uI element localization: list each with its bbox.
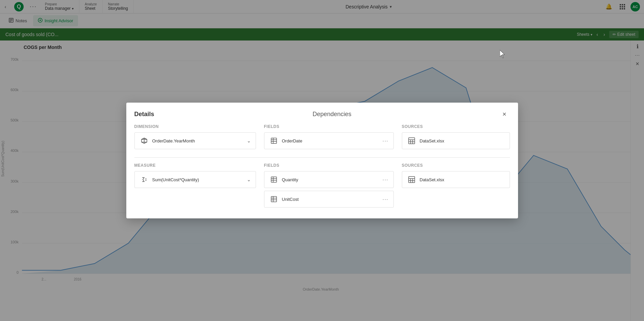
measure-fields-label: Fields: [264, 163, 394, 168]
spreadsheet-icon: [407, 136, 416, 145]
measure-chevron-icon[interactable]: ⌄: [247, 177, 251, 182]
dimension-source-item[interactable]: DataSet.xlsx: [402, 132, 510, 149]
modal-close-button[interactable]: ×: [499, 109, 510, 119]
dimension-column: Dimension OrderDate.YearMonth ⌄: [134, 124, 256, 152]
dimension-label: Dimension: [134, 124, 256, 129]
cube-icon: [139, 136, 149, 145]
measure-item-text: Sum(UnitCost*Quantity): [152, 177, 247, 182]
dimension-chevron-icon[interactable]: ⌄: [247, 138, 251, 143]
measure-item-card[interactable]: Sum(UnitCost*Quantity) ⌄: [134, 171, 256, 188]
dimension-sources-column: Sources DataSet.xlsx: [402, 124, 510, 152]
svg-rect-41: [409, 138, 415, 144]
quantity-table-icon: [269, 175, 279, 184]
measure-field-unitcost-text: UnitCost: [282, 197, 383, 202]
quantity-more-button[interactable]: ···: [383, 177, 389, 182]
svg-rect-37: [271, 138, 277, 143]
measure-sources-column: Sources DataSet.xlsx: [402, 163, 510, 210]
dimension-item-card[interactable]: OrderDate.YearMonth ⌄: [134, 132, 256, 149]
unitcost-more-button[interactable]: ···: [383, 196, 389, 202]
svg-rect-48: [271, 177, 277, 182]
measure-label: Measure: [134, 163, 256, 168]
measure-fields-column: Fields Quantity ···: [264, 163, 394, 210]
svg-rect-52: [271, 196, 277, 202]
dimension-fields-label: Fields: [264, 124, 394, 129]
measure-row: Measure Sum(UnitCost*Quantity) ⌄: [134, 163, 510, 210]
modal-title-details: Details: [134, 111, 154, 118]
dimension-field-more-button[interactable]: ···: [383, 138, 389, 143]
measure-source-item[interactable]: DataSet.xlsx: [402, 171, 510, 188]
measure-field-unitcost[interactable]: UnitCost ···: [264, 191, 394, 208]
formula-icon: [139, 175, 149, 184]
measure-source-text: DataSet.xlsx: [420, 177, 505, 182]
dimension-sources-label: Sources: [402, 124, 510, 129]
unitcost-table-icon: [269, 194, 279, 204]
measure-field-quantity-text: Quantity: [282, 177, 383, 182]
modal-body: Dimension OrderDate.YearMonth ⌄: [126, 124, 518, 218]
measure-sources-label: Sources: [402, 163, 510, 168]
modal-overlay: Details Dependencies × Dimension: [0, 0, 644, 321]
dimension-field-item[interactable]: OrderDate ···: [264, 132, 394, 149]
dimension-item-text: OrderDate.YearMonth: [152, 138, 247, 143]
modal-title-dependencies: Dependencies: [165, 111, 499, 118]
measure-field-quantity[interactable]: Quantity ···: [264, 171, 394, 188]
dimension-row: Dimension OrderDate.YearMonth ⌄: [134, 124, 510, 152]
dimension-source-text: DataSet.xlsx: [420, 138, 505, 143]
table-icon: [269, 136, 279, 145]
modal-header: Details Dependencies ×: [126, 103, 518, 124]
measure-spreadsheet-icon: [407, 175, 416, 184]
modal-dialog: Details Dependencies × Dimension: [126, 103, 518, 218]
dimension-fields-column: Fields OrderDate ···: [264, 124, 394, 152]
dimension-field-text: OrderDate: [282, 138, 383, 143]
svg-rect-56: [409, 177, 415, 183]
measure-column: Measure Sum(UnitCost*Quantity) ⌄: [134, 163, 256, 210]
section-divider: [134, 157, 510, 158]
